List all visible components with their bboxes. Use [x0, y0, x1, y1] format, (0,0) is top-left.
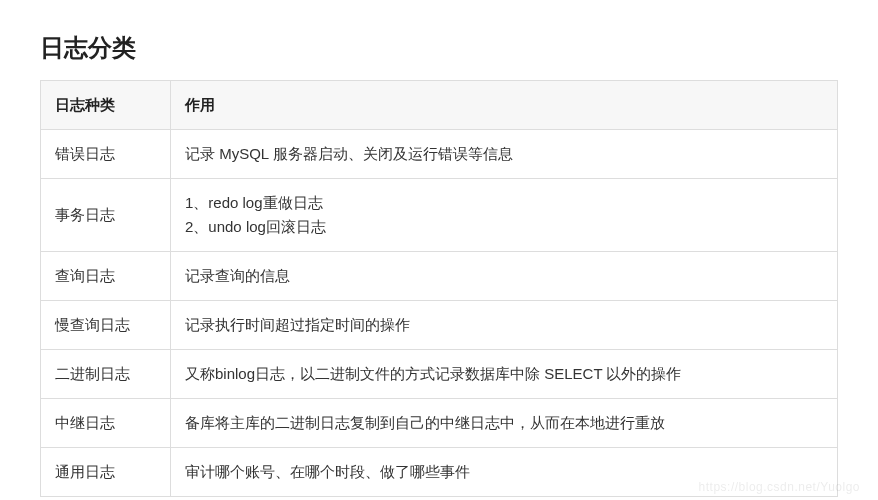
table-row: 查询日志 记录查询的信息	[41, 252, 838, 301]
cell-type: 事务日志	[41, 179, 171, 252]
header-type: 日志种类	[41, 81, 171, 130]
table-row: 慢查询日志 记录执行时间超过指定时间的操作	[41, 301, 838, 350]
table-row: 通用日志 审计哪个账号、在哪个时段、做了哪些事件	[41, 448, 838, 497]
cell-usage: 备库将主库的二进制日志复制到自己的中继日志中，从而在本地进行重放	[171, 399, 838, 448]
cell-usage: 1、redo log重做日志 2、undo log回滚日志	[171, 179, 838, 252]
cell-type: 通用日志	[41, 448, 171, 497]
page-title: 日志分类	[40, 32, 838, 64]
cell-usage: 记录 MySQL 服务器启动、关闭及运行错误等信息	[171, 130, 838, 179]
cell-usage: 记录执行时间超过指定时间的操作	[171, 301, 838, 350]
table-row: 错误日志 记录 MySQL 服务器启动、关闭及运行错误等信息	[41, 130, 838, 179]
table-row: 事务日志 1、redo log重做日志 2、undo log回滚日志	[41, 179, 838, 252]
log-category-table: 日志种类 作用 错误日志 记录 MySQL 服务器启动、关闭及运行错误等信息 事…	[40, 80, 838, 497]
cell-usage: 记录查询的信息	[171, 252, 838, 301]
table-row: 中继日志 备库将主库的二进制日志复制到自己的中继日志中，从而在本地进行重放	[41, 399, 838, 448]
cell-type: 二进制日志	[41, 350, 171, 399]
cell-usage: 又称binlog日志，以二进制文件的方式记录数据库中除 SELECT 以外的操作	[171, 350, 838, 399]
table-header-row: 日志种类 作用	[41, 81, 838, 130]
cell-type: 错误日志	[41, 130, 171, 179]
usage-line: 1、redo log重做日志	[185, 191, 823, 215]
usage-line: 2、undo log回滚日志	[185, 215, 823, 239]
cell-usage: 审计哪个账号、在哪个时段、做了哪些事件	[171, 448, 838, 497]
table-row: 二进制日志 又称binlog日志，以二进制文件的方式记录数据库中除 SELECT…	[41, 350, 838, 399]
cell-type: 查询日志	[41, 252, 171, 301]
header-usage: 作用	[171, 81, 838, 130]
cell-type: 慢查询日志	[41, 301, 171, 350]
cell-type: 中继日志	[41, 399, 171, 448]
